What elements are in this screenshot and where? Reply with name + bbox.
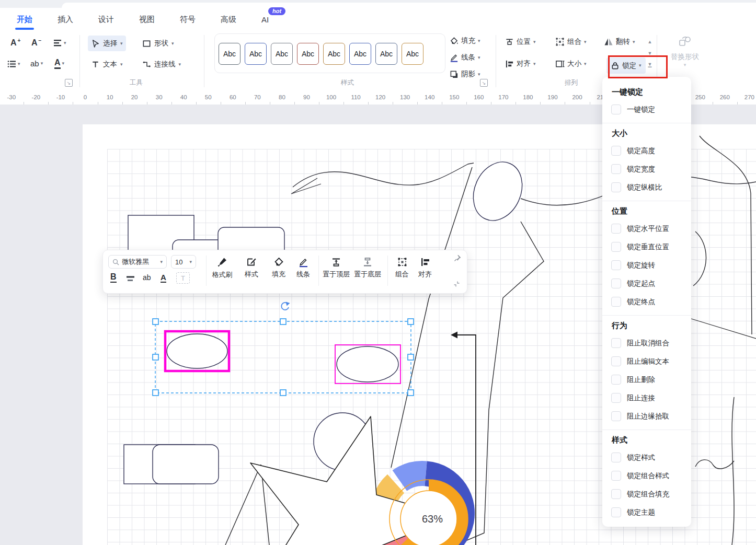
strikethrough-button[interactable] — [126, 275, 135, 282]
lock-menu-item[interactable]: 锁定宽度 — [611, 164, 683, 174]
menu-tab-6[interactable]: 高级 — [220, 13, 237, 27]
bold-button[interactable]: B — [110, 272, 117, 283]
checkbox-unchecked[interactable] — [611, 297, 621, 307]
checkbox-unchecked[interactable] — [611, 471, 621, 481]
menu-tab-2[interactable]: 插入 — [56, 13, 74, 27]
lock-menu-item[interactable]: 锁定水平位置 — [611, 224, 683, 234]
select-tool-button[interactable]: 选择▾ — [88, 36, 126, 51]
bring-to-front-icon — [330, 257, 342, 268]
lock-menu-item[interactable]: 锁定垂直位置 — [611, 242, 683, 252]
group-icon — [397, 257, 408, 268]
style-preview-8[interactable]: Abc — [402, 43, 423, 65]
styles-group-expand-icon[interactable]: ↘ — [480, 79, 488, 87]
style-preview-4[interactable]: Abc — [297, 43, 319, 65]
fill-button[interactable]: 填充▾ — [450, 36, 480, 45]
style-button[interactable]: 样式 — [241, 257, 262, 279]
lock-menu-item[interactable]: 阻止删除 — [611, 375, 683, 385]
text-tool-button[interactable]: 文本▾ — [88, 56, 126, 72]
lock-menu-item[interactable]: 锁定高度 — [611, 146, 683, 156]
menu-tab-5[interactable]: 符号 — [179, 13, 197, 27]
checkbox-unchecked[interactable] — [611, 411, 621, 421]
align-button-float[interactable]: 对齐 — [415, 257, 436, 279]
ruler-number: 90 — [303, 94, 310, 100]
checkbox-unchecked[interactable] — [611, 393, 621, 403]
connector-tool-button[interactable]: 连接线▾ — [139, 56, 184, 72]
lock-menu-item[interactable]: 锁定终点 — [611, 297, 683, 307]
checkbox-unchecked[interactable] — [611, 105, 621, 114]
checkbox-unchecked[interactable] — [611, 453, 621, 462]
size-button[interactable]: 大小▾ — [555, 59, 587, 68]
lock-menu-item[interactable]: 锁定主题 — [611, 507, 683, 517]
superscript-button[interactable]: ab — [143, 273, 151, 282]
font-group-expand-icon[interactable]: ↘ — [65, 79, 73, 87]
lock-menu-item[interactable]: 阻止编辑文本 — [611, 356, 683, 366]
lock-menu-item[interactable]: 锁定组合样式 — [611, 471, 683, 481]
styles-group-label: 样式 — [341, 78, 354, 87]
style-preview-2[interactable]: Abc — [245, 43, 267, 65]
format-painter-button[interactable]: 格式刷 — [210, 257, 235, 280]
text-box-button[interactable]: T — [176, 272, 190, 284]
lock-menu-item[interactable]: 锁定起点 — [611, 279, 683, 288]
checkbox-unchecked[interactable] — [611, 507, 621, 517]
group-button[interactable]: 组合▾ — [555, 37, 587, 47]
shadow-button[interactable]: 阴影▾ — [450, 69, 480, 79]
line-button[interactable]: 线条▾ — [450, 53, 480, 62]
lock-menu-item[interactable]: 锁定纵横比 — [611, 182, 683, 192]
lock-menu-item[interactable]: 锁定旋转 — [611, 260, 683, 270]
checkbox-unchecked[interactable] — [611, 338, 621, 348]
lock-menu-item[interactable]: 锁定组合填充 — [611, 489, 683, 499]
bring-to-front-button[interactable]: 置于顶层 — [322, 257, 351, 279]
position-button[interactable]: 位置▾ — [505, 37, 536, 47]
font-size-select[interactable]: 10 ▾ — [171, 255, 196, 269]
checkbox-unchecked[interactable] — [611, 489, 621, 499]
menu-tab-7[interactable]: AIhot — [260, 13, 270, 26]
line-pen-icon — [450, 53, 459, 62]
lock-menu-item[interactable]: 阻止边缘拾取 — [611, 411, 683, 421]
replace-shape-button[interactable]: 替换形状 ▾ — [665, 35, 705, 67]
font-color-button[interactable]: A ▾ — [54, 58, 64, 69]
text-align-button[interactable]: ▾ — [53, 39, 66, 47]
ruler-number: 180 — [523, 94, 533, 100]
flip-button[interactable]: 翻转▾ — [604, 37, 635, 47]
lock-menu-item[interactable]: 锁定样式 — [611, 453, 683, 462]
lock-menu-item[interactable]: 阻止连接 — [611, 393, 683, 403]
font-size-increase-button[interactable]: A+ — [10, 38, 21, 48]
group-icon — [555, 37, 565, 47]
underline-color-button[interactable]: A — [161, 273, 166, 283]
lock-menu-item[interactable]: 阻止取消组合 — [611, 338, 683, 348]
align-button[interactable]: 对齐▾ — [505, 59, 536, 68]
checkbox-unchecked[interactable] — [611, 224, 621, 234]
menu-tab-4[interactable]: 视图 — [138, 13, 156, 27]
checkbox-unchecked[interactable] — [611, 260, 621, 270]
checkbox-unchecked[interactable] — [611, 164, 621, 174]
checkbox-unchecked[interactable] — [611, 242, 621, 252]
send-to-back-button[interactable]: 置于底层 — [353, 257, 382, 279]
font-size-decrease-button[interactable]: A− — [31, 38, 42, 48]
checkbox-unchecked[interactable] — [611, 279, 621, 288]
menu-tab-1[interactable]: 开始 — [16, 13, 33, 27]
group-button-float[interactable]: 组合 — [392, 257, 413, 279]
style-preview-3[interactable]: Abc — [271, 43, 293, 65]
style-preview-6[interactable]: Abc — [349, 43, 371, 65]
style-preview-1[interactable]: Abc — [219, 43, 240, 65]
character-spacing-button[interactable]: ab ▾ — [30, 59, 43, 68]
font-increase-glyph: A — [10, 38, 17, 48]
font-family-select[interactable]: 微软雅黑 ▾ — [108, 255, 167, 269]
lock-menu-item-label: 阻止删除 — [627, 375, 655, 385]
collapse-toolbar-icon[interactable] — [453, 281, 460, 287]
style-preview-7[interactable]: Abc — [375, 43, 397, 65]
list-button[interactable]: ▾ — [7, 60, 20, 68]
checkbox-unchecked[interactable] — [611, 146, 621, 156]
checkbox-unchecked[interactable] — [611, 375, 621, 385]
pin-icon[interactable] — [453, 254, 461, 262]
style-preview-5[interactable]: Abc — [323, 43, 345, 65]
menu-tab-3[interactable]: 设计 — [97, 13, 115, 27]
line-button-float[interactable]: 线条 — [293, 257, 314, 279]
fill-button-float[interactable]: 填充 — [268, 257, 289, 279]
shape-tool-button[interactable]: 形状▾ — [139, 36, 177, 51]
style-gallery-up-icon[interactable]: ▲ — [646, 39, 654, 44]
lock-menu-item[interactable]: 一键锁定 — [611, 105, 683, 114]
checkbox-unchecked[interactable] — [611, 182, 621, 192]
ruler-number: 50 — [205, 94, 212, 100]
checkbox-unchecked[interactable] — [611, 356, 621, 366]
